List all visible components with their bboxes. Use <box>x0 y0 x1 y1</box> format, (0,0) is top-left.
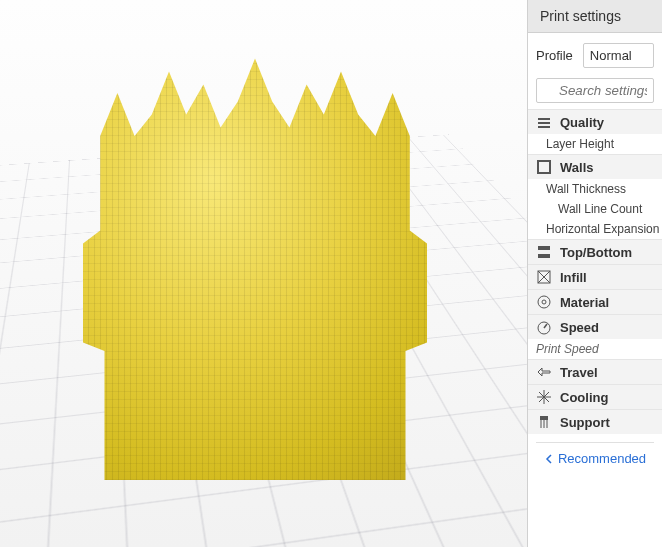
profile-row: Profile Normal <box>528 33 662 78</box>
section-label: Walls <box>560 160 593 175</box>
svg-rect-6 <box>538 246 550 250</box>
section-label: Speed <box>560 320 599 335</box>
travel-icon <box>536 364 552 380</box>
section-material[interactable]: Material <box>528 289 662 314</box>
search-input[interactable] <box>536 78 654 103</box>
top-bottom-icon <box>536 244 552 260</box>
material-icon <box>536 294 552 310</box>
section-top-bottom[interactable]: Top/Bottom <box>528 239 662 264</box>
setting-print-speed[interactable]: Print Speed <box>528 339 662 359</box>
section-quality[interactable]: Quality <box>528 109 662 134</box>
speed-icon <box>536 319 552 335</box>
quality-icon <box>536 114 552 130</box>
section-label: Material <box>560 295 609 310</box>
svg-rect-7 <box>538 254 550 258</box>
svg-point-11 <box>538 296 550 308</box>
svg-line-14 <box>544 324 547 328</box>
print-settings-panel: Print settings Profile Normal Quality La… <box>527 0 662 547</box>
section-label: Top/Bottom <box>560 245 632 260</box>
cooling-icon <box>536 389 552 405</box>
svg-rect-4 <box>538 126 550 128</box>
svg-rect-5 <box>538 161 550 173</box>
recommended-button[interactable]: Recommended <box>536 442 654 474</box>
section-walls[interactable]: Walls <box>528 154 662 179</box>
section-infill[interactable]: Infill <box>528 264 662 289</box>
section-label: Travel <box>560 365 598 380</box>
section-label: Quality <box>560 115 604 130</box>
3d-model-preview[interactable] <box>40 50 470 480</box>
chevron-left-icon <box>544 454 554 464</box>
support-icon <box>536 414 552 430</box>
svg-rect-3 <box>538 122 550 124</box>
profile-select[interactable]: Normal <box>583 43 654 68</box>
setting-horizontal-expansion[interactable]: Horizontal Expansion <box>528 219 662 239</box>
3d-viewport[interactable] <box>0 0 527 547</box>
setting-wall-thickness[interactable]: Wall Thickness <box>528 179 662 199</box>
section-speed[interactable]: Speed <box>528 314 662 339</box>
infill-icon <box>536 269 552 285</box>
setting-wall-line-count[interactable]: Wall Line Count <box>528 199 662 219</box>
walls-icon <box>536 159 552 175</box>
svg-rect-2 <box>538 118 550 120</box>
section-support[interactable]: Support <box>528 409 662 434</box>
section-travel[interactable]: Travel <box>528 359 662 384</box>
svg-rect-19 <box>540 416 548 420</box>
section-label: Cooling <box>560 390 608 405</box>
recommended-label: Recommended <box>558 451 646 466</box>
panel-title: Print settings <box>528 0 662 33</box>
section-cooling[interactable]: Cooling <box>528 384 662 409</box>
profile-label: Profile <box>536 48 573 63</box>
section-label: Infill <box>560 270 587 285</box>
section-label: Support <box>560 415 610 430</box>
setting-layer-height[interactable]: Layer Height <box>528 134 662 154</box>
svg-point-12 <box>542 300 546 304</box>
